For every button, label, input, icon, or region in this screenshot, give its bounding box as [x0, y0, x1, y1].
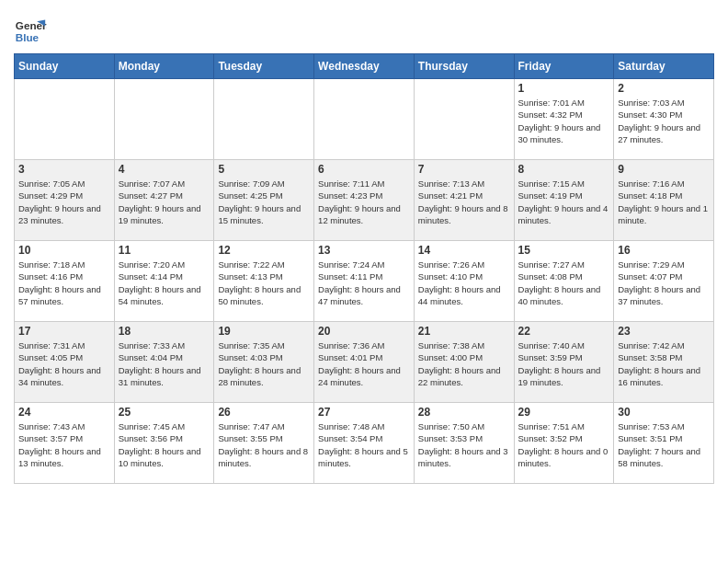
- svg-text:Blue: Blue: [16, 31, 40, 43]
- day-info: Sunrise: 7:16 AM Sunset: 4:18 PM Dayligh…: [618, 178, 710, 226]
- calendar-body: 1Sunrise: 7:01 AM Sunset: 4:32 PM Daylig…: [15, 79, 714, 484]
- calendar-day-cell: 8Sunrise: 7:15 AM Sunset: 4:19 PM Daylig…: [514, 160, 614, 241]
- day-number: 30: [618, 406, 710, 419]
- calendar-day-cell: 7Sunrise: 7:13 AM Sunset: 4:21 PM Daylig…: [414, 160, 514, 241]
- day-number: 14: [418, 244, 510, 257]
- day-info: Sunrise: 7:48 AM Sunset: 3:54 PM Dayligh…: [318, 420, 410, 469]
- day-number: 13: [318, 244, 410, 257]
- calendar-week-row: 3Sunrise: 7:05 AM Sunset: 4:29 PM Daylig…: [15, 160, 714, 241]
- calendar-day-cell: [15, 79, 115, 160]
- day-info: Sunrise: 7:38 AM Sunset: 4:00 PM Dayligh…: [418, 339, 510, 388]
- day-number: 27: [318, 406, 410, 419]
- calendar-day-cell: [314, 79, 415, 160]
- header: General Blue: [14, 9, 714, 48]
- calendar-week-row: 1Sunrise: 7:01 AM Sunset: 4:32 PM Daylig…: [15, 79, 714, 160]
- weekday-header-row: SundayMondayTuesdayWednesdayThursdayFrid…: [15, 54, 714, 79]
- day-info: Sunrise: 7:29 AM Sunset: 4:07 PM Dayligh…: [618, 259, 710, 307]
- day-info: Sunrise: 7:36 AM Sunset: 4:01 PM Dayligh…: [318, 339, 410, 388]
- weekday-header-cell: Monday: [114, 54, 214, 79]
- day-number: 19: [218, 325, 310, 338]
- weekday-header-cell: Saturday: [614, 54, 714, 79]
- day-number: 4: [119, 163, 210, 176]
- day-number: 3: [18, 163, 110, 176]
- calendar-day-cell: 1Sunrise: 7:01 AM Sunset: 4:32 PM Daylig…: [514, 79, 614, 160]
- day-number: 25: [119, 406, 210, 419]
- calendar-day-cell: 3Sunrise: 7:05 AM Sunset: 4:29 PM Daylig…: [15, 160, 115, 241]
- day-info: Sunrise: 7:51 AM Sunset: 3:52 PM Dayligh…: [518, 420, 610, 469]
- day-number: 21: [418, 325, 510, 338]
- day-number: 8: [518, 163, 610, 176]
- day-number: 20: [318, 325, 410, 338]
- calendar-day-cell: 6Sunrise: 7:11 AM Sunset: 4:23 PM Daylig…: [314, 160, 415, 241]
- logo-icon: General Blue: [14, 15, 47, 48]
- day-info: Sunrise: 7:50 AM Sunset: 3:53 PM Dayligh…: [418, 420, 510, 469]
- calendar-day-cell: 29Sunrise: 7:51 AM Sunset: 3:52 PM Dayli…: [514, 403, 614, 484]
- calendar-day-cell: 18Sunrise: 7:33 AM Sunset: 4:04 PM Dayli…: [114, 322, 214, 403]
- calendar-day-cell: 30Sunrise: 7:53 AM Sunset: 3:51 PM Dayli…: [614, 403, 714, 484]
- day-info: Sunrise: 7:26 AM Sunset: 4:10 PM Dayligh…: [418, 259, 510, 307]
- calendar-day-cell: 16Sunrise: 7:29 AM Sunset: 4:07 PM Dayli…: [614, 241, 714, 322]
- day-info: Sunrise: 7:13 AM Sunset: 4:21 PM Dayligh…: [418, 178, 510, 226]
- calendar-day-cell: 15Sunrise: 7:27 AM Sunset: 4:08 PM Dayli…: [514, 241, 614, 322]
- calendar-day-cell: 27Sunrise: 7:48 AM Sunset: 3:54 PM Dayli…: [314, 403, 415, 484]
- calendar-day-cell: 17Sunrise: 7:31 AM Sunset: 4:05 PM Dayli…: [15, 322, 115, 403]
- calendar-day-cell: 21Sunrise: 7:38 AM Sunset: 4:00 PM Dayli…: [414, 322, 514, 403]
- calendar-day-cell: 4Sunrise: 7:07 AM Sunset: 4:27 PM Daylig…: [114, 160, 214, 241]
- day-number: 22: [518, 325, 610, 338]
- day-info: Sunrise: 7:45 AM Sunset: 3:56 PM Dayligh…: [119, 420, 210, 469]
- day-number: 6: [318, 163, 410, 176]
- day-number: 24: [18, 406, 110, 419]
- day-info: Sunrise: 7:31 AM Sunset: 4:05 PM Dayligh…: [18, 339, 110, 388]
- calendar-day-cell: 23Sunrise: 7:42 AM Sunset: 3:58 PM Dayli…: [614, 322, 714, 403]
- day-number: 11: [119, 244, 210, 257]
- calendar-day-cell: [214, 79, 314, 160]
- day-number: 18: [119, 325, 210, 338]
- day-number: 9: [618, 163, 710, 176]
- calendar-week-row: 10Sunrise: 7:18 AM Sunset: 4:16 PM Dayli…: [15, 241, 714, 322]
- calendar-day-cell: 20Sunrise: 7:36 AM Sunset: 4:01 PM Dayli…: [314, 322, 415, 403]
- calendar-day-cell: 13Sunrise: 7:24 AM Sunset: 4:11 PM Dayli…: [314, 241, 415, 322]
- calendar-day-cell: [114, 79, 214, 160]
- day-info: Sunrise: 7:43 AM Sunset: 3:57 PM Dayligh…: [18, 420, 110, 469]
- calendar-day-cell: 26Sunrise: 7:47 AM Sunset: 3:55 PM Dayli…: [214, 403, 314, 484]
- calendar-day-cell: 10Sunrise: 7:18 AM Sunset: 4:16 PM Dayli…: [15, 241, 115, 322]
- calendar-day-cell: 22Sunrise: 7:40 AM Sunset: 3:59 PM Dayli…: [514, 322, 614, 403]
- day-number: 26: [218, 406, 310, 419]
- day-info: Sunrise: 7:35 AM Sunset: 4:03 PM Dayligh…: [218, 339, 310, 388]
- day-number: 29: [518, 406, 610, 419]
- day-info: Sunrise: 7:09 AM Sunset: 4:25 PM Dayligh…: [218, 178, 310, 226]
- day-info: Sunrise: 7:53 AM Sunset: 3:51 PM Dayligh…: [618, 420, 710, 469]
- day-info: Sunrise: 7:05 AM Sunset: 4:29 PM Dayligh…: [18, 178, 110, 226]
- calendar-day-cell: 25Sunrise: 7:45 AM Sunset: 3:56 PM Dayli…: [114, 403, 214, 484]
- calendar-day-cell: 28Sunrise: 7:50 AM Sunset: 3:53 PM Dayli…: [414, 403, 514, 484]
- weekday-header-cell: Sunday: [15, 54, 115, 79]
- day-number: 23: [618, 325, 710, 338]
- day-info: Sunrise: 7:03 AM Sunset: 4:30 PM Dayligh…: [618, 97, 710, 145]
- day-number: 1: [518, 82, 610, 95]
- weekday-header-cell: Thursday: [414, 54, 514, 79]
- weekday-header-cell: Wednesday: [314, 54, 415, 79]
- day-number: 17: [18, 325, 110, 338]
- day-info: Sunrise: 7:01 AM Sunset: 4:32 PM Dayligh…: [518, 97, 610, 145]
- day-info: Sunrise: 7:11 AM Sunset: 4:23 PM Dayligh…: [318, 178, 410, 226]
- calendar-day-cell: [414, 79, 514, 160]
- day-info: Sunrise: 7:20 AM Sunset: 4:14 PM Dayligh…: [119, 259, 210, 307]
- day-info: Sunrise: 7:18 AM Sunset: 4:16 PM Dayligh…: [18, 259, 110, 307]
- day-number: 16: [618, 244, 710, 257]
- day-number: 15: [518, 244, 610, 257]
- calendar-day-cell: 11Sunrise: 7:20 AM Sunset: 4:14 PM Dayli…: [114, 241, 214, 322]
- day-info: Sunrise: 7:22 AM Sunset: 4:13 PM Dayligh…: [218, 259, 310, 307]
- calendar-day-cell: 14Sunrise: 7:26 AM Sunset: 4:10 PM Dayli…: [414, 241, 514, 322]
- day-info: Sunrise: 7:24 AM Sunset: 4:11 PM Dayligh…: [318, 259, 410, 307]
- calendar-day-cell: 19Sunrise: 7:35 AM Sunset: 4:03 PM Dayli…: [214, 322, 314, 403]
- calendar-table: SundayMondayTuesdayWednesdayThursdayFrid…: [14, 53, 714, 484]
- day-info: Sunrise: 7:42 AM Sunset: 3:58 PM Dayligh…: [618, 339, 710, 388]
- day-number: 12: [218, 244, 310, 257]
- day-number: 2: [618, 82, 710, 95]
- day-info: Sunrise: 7:47 AM Sunset: 3:55 PM Dayligh…: [218, 420, 310, 469]
- calendar-day-cell: 9Sunrise: 7:16 AM Sunset: 4:18 PM Daylig…: [614, 160, 714, 241]
- day-info: Sunrise: 7:40 AM Sunset: 3:59 PM Dayligh…: [518, 339, 610, 388]
- calendar-day-cell: 24Sunrise: 7:43 AM Sunset: 3:57 PM Dayli…: [15, 403, 115, 484]
- day-number: 10: [18, 244, 110, 257]
- day-number: 7: [418, 163, 510, 176]
